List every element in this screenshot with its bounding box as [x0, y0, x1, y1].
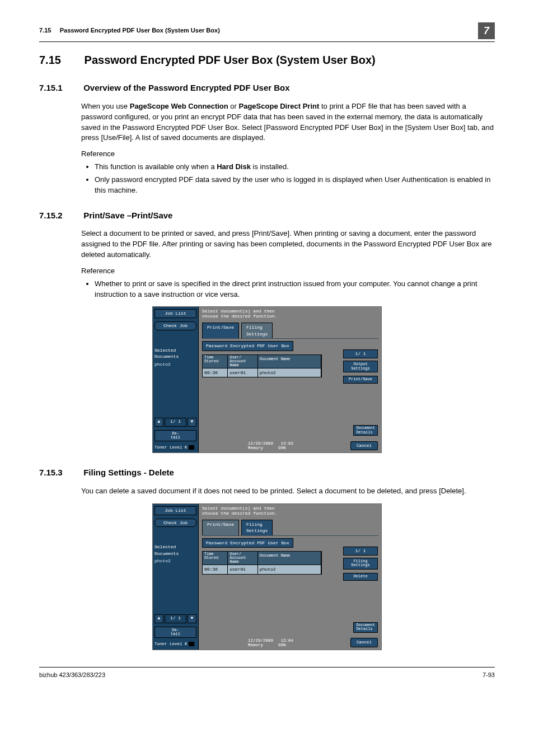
tab-filing-settings[interactable]: FilingSettings [241, 520, 273, 535]
pager-down-icon[interactable]: ▼ [188, 418, 196, 427]
ss2-right-buttons: 1/ 1 FilingSettings Delete [343, 547, 378, 584]
subsection-2-title: 7.15.2 Print/Save –Print/Save [39, 209, 495, 222]
table-header: TimeStored User/Account Name Document Na… [202, 551, 322, 565]
table-row[interactable]: 09:36 user01 photo2 [202, 565, 322, 575]
cancel-button[interactable]: Cancel [350, 441, 378, 451]
table-row[interactable]: 09:36 user01 photo2 [202, 368, 322, 378]
footer-model: bizhub 423/363/283/223 [39, 671, 105, 680]
ss1-main: Select document(s) and then choose the d… [199, 307, 381, 452]
selected-documents-value: photo2 [154, 361, 196, 368]
tab-print-save[interactable]: Print/Save [202, 520, 239, 535]
sub-tab-pdf-box[interactable]: Password Encrypted PDF User Box [202, 341, 293, 351]
table-header: TimeStored User/Account Name Document Na… [202, 354, 322, 368]
col-user-account[interactable]: User/Account Name [228, 355, 258, 368]
ss1-left-panel: Job List Check Job Selected Documents ph… [153, 307, 199, 452]
detail-button[interactable]: De- tail [154, 430, 196, 441]
main-page-indicator: 1/ 1 [343, 547, 378, 556]
ss1-footer-meta: 12/29/2009 13:03 Memory 99% [248, 441, 293, 451]
document-table: TimeStored User/Account Name Document Na… [202, 354, 322, 378]
tab-print-save[interactable]: Print/Save [202, 323, 239, 338]
subsection-2-num: 7.15.2 [39, 209, 81, 222]
tab-filing-settings[interactable]: FilingSettings [241, 323, 273, 338]
bold-pagescope-direct: PageScope Direct Print [239, 102, 320, 110]
cell-docname: photo2 [258, 368, 321, 377]
toner-level: Toner Level K [154, 445, 196, 451]
left-pager: ▲ 1/ 1 ▼ [154, 614, 196, 623]
sub1-bullets: This function is available only when a H… [81, 162, 495, 196]
left-pager: ▲ 1/ 1 ▼ [154, 418, 196, 427]
sub1-reference-label: Reference [81, 149, 495, 160]
pager-page: 1/ 1 [165, 614, 186, 623]
ss2-left-panel: Job List Check Job Selected Documents ph… [153, 504, 199, 650]
instruction-text: Select document(s) and then choose the d… [202, 309, 378, 319]
pager-up-icon[interactable]: ▲ [154, 418, 163, 427]
subsection-1-num: 7.15.1 [39, 82, 81, 94]
check-job-button[interactable]: Check Job [154, 519, 196, 528]
sub-tab-pdf-box[interactable]: Password Encrypted PDF User Box [202, 538, 293, 548]
instruction-text: Select document(s) and then choose the d… [202, 506, 378, 516]
sub2-bullet-1: Whether to print or save is specified in… [95, 279, 495, 300]
ss1-footer: 12/29/2009 13:03 Memory 99% Cancel [248, 441, 378, 451]
running-header: 7.15 Password Encrypted PDF User Box (Sy… [39, 22, 495, 42]
sub2-reference-label: Reference [81, 266, 495, 277]
running-header-num: 7.15 [39, 27, 51, 34]
job-list-button[interactable]: Job List [154, 506, 196, 515]
sub1-bullet-2: Only password encrypted PDF data saved b… [95, 175, 495, 196]
subsection-1-title: 7.15.1 Overview of the Password Encrypte… [39, 82, 495, 94]
cancel-button[interactable]: Cancel [350, 638, 378, 647]
col-document-name[interactable]: Document Name [258, 355, 321, 368]
ss1-right-buttons: 1/ 1 OutputSettings Print/Save [343, 349, 378, 387]
subsection-3-num: 7.15.3 [39, 466, 81, 479]
ss2-footer: 12/29/2009 13:04 Memory 99% Cancel [248, 638, 378, 647]
col-time-stored[interactable]: TimeStored [203, 355, 228, 368]
detail-button[interactable]: De- tail [154, 627, 196, 638]
pager-page: 1/ 1 [165, 418, 186, 427]
sub2-paragraph: Select a document to be printed or saved… [81, 228, 495, 260]
subsection-3-heading: Filing Settings - Delete [83, 468, 174, 477]
col-document-name[interactable]: Document Name [258, 552, 321, 564]
selected-documents-label: Selected Documents [154, 347, 196, 360]
sub2-bullets: Whether to print or save is specified in… [81, 279, 495, 300]
pager-up-icon[interactable]: ▲ [154, 614, 163, 623]
cell-user: user01 [228, 565, 258, 574]
screenshot-delete: Job List Check Job Selected Documents ph… [152, 503, 382, 650]
document-details-button[interactable]: DocumentDetails [353, 622, 378, 633]
page-footer: bizhub 423/363/283/223 7-93 [39, 667, 495, 680]
chapter-badge: 7 [478, 22, 495, 39]
subsection-3-title: 7.15.3 Filing Settings - Delete [39, 466, 495, 479]
bold-pagescope-web: PageScope Web Connection [130, 102, 228, 110]
footer-page-number: 7-93 [483, 671, 495, 680]
cell-time: 09:36 [203, 368, 228, 377]
job-list-button[interactable]: Job List [154, 309, 196, 318]
cell-docname: photo2 [258, 565, 321, 574]
section-num: 7.15 [39, 52, 81, 68]
running-header-title: Password Encrypted PDF User Box (System … [60, 27, 220, 34]
output-settings-button[interactable]: OutputSettings [343, 361, 378, 372]
tab-bar: Print/Save FilingSettings [202, 520, 378, 536]
section-heading: Password Encrypted PDF User Box (System … [85, 54, 376, 66]
delete-button[interactable]: Delete [343, 573, 378, 581]
bold-hard-disk: Hard Disk [217, 162, 251, 171]
screenshot-printsave: Job List Check Job Selected Documents ph… [152, 306, 382, 453]
sub3-paragraph: You can delete a saved document if it do… [81, 486, 495, 497]
sub1-paragraph: When you use PageScope Web Connection or… [81, 101, 495, 143]
col-time-stored[interactable]: TimeStored [203, 552, 228, 564]
cell-time: 09:36 [203, 565, 228, 574]
sub1-bullet-1: This function is available only when a H… [95, 162, 495, 172]
filing-settings-button[interactable]: FilingSettings [343, 558, 378, 570]
document-table: TimeStored User/Account Name Document Na… [202, 551, 322, 575]
pager-down-icon[interactable]: ▼ [188, 614, 196, 623]
document-details-button[interactable]: DocumentDetails [353, 425, 378, 436]
cell-user: user01 [228, 368, 258, 377]
print-save-button[interactable]: Print/Save [343, 376, 378, 384]
selected-documents-value: photo2 [154, 558, 196, 564]
section-title: 7.15 Password Encrypted PDF User Box (Sy… [39, 52, 495, 68]
toner-bar-icon [189, 642, 194, 646]
main-page-indicator: 1/ 1 [343, 349, 378, 358]
toner-bar-icon [189, 445, 194, 450]
ss2-main: Select document(s) and then choose the d… [199, 504, 381, 650]
tab-bar: Print/Save FilingSettings [202, 323, 378, 339]
col-user-account[interactable]: User/Account Name [228, 552, 258, 564]
selected-documents-label: Selected Documents [154, 544, 196, 557]
check-job-button[interactable]: Check Job [154, 321, 196, 330]
